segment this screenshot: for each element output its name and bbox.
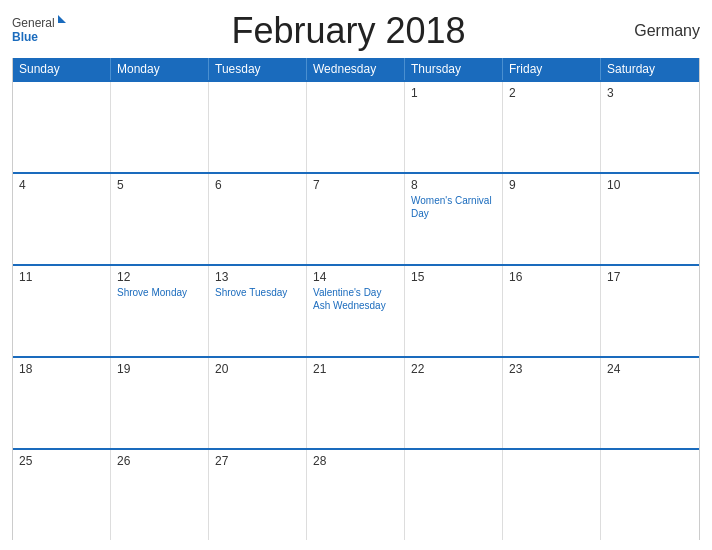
day-cell-w2-d1: 4	[13, 174, 111, 264]
day-number-4: 4	[19, 178, 104, 192]
day-cell-w5-d1: 25	[13, 450, 111, 540]
header-wednesday: Wednesday	[307, 58, 405, 80]
day-number-28: 28	[313, 454, 398, 468]
day-number-24: 24	[607, 362, 693, 376]
day-number-26: 26	[117, 454, 202, 468]
svg-text:Blue: Blue	[12, 30, 38, 44]
day-number-8: 8	[411, 178, 496, 192]
day-headers-row: Sunday Monday Tuesday Wednesday Thursday…	[13, 58, 699, 80]
header-monday: Monday	[111, 58, 209, 80]
day-cell-w4-d7: 24	[601, 358, 699, 448]
day-cell-w4-d3: 20	[209, 358, 307, 448]
day-number-14: 14	[313, 270, 398, 284]
calendar-wrapper: General Blue February 2018 Germany Sunda…	[0, 0, 712, 550]
day-cell-w4-d2: 19	[111, 358, 209, 448]
event-label: Valentine's Day	[313, 286, 398, 299]
day-cell-w3-d2: 12Shrove Monday	[111, 266, 209, 356]
day-cell-w5-d2: 26	[111, 450, 209, 540]
day-number-13: 13	[215, 270, 300, 284]
header-friday: Friday	[503, 58, 601, 80]
day-number-20: 20	[215, 362, 300, 376]
weeks-container: 12345678Women's Carnival Day9101112Shrov…	[13, 80, 699, 540]
week-row-1: 123	[13, 80, 699, 172]
day-cell-w2-d2: 5	[111, 174, 209, 264]
calendar-header: General Blue February 2018 Germany	[12, 10, 700, 52]
day-number-5: 5	[117, 178, 202, 192]
week-row-5: 25262728	[13, 448, 699, 540]
header-sunday: Sunday	[13, 58, 111, 80]
day-cell-w2-d6: 9	[503, 174, 601, 264]
day-cell-w3-d6: 16	[503, 266, 601, 356]
day-cell-w2-d7: 10	[601, 174, 699, 264]
header-tuesday: Tuesday	[209, 58, 307, 80]
event-label: Ash Wednesday	[313, 299, 398, 312]
day-cell-w2-d3: 6	[209, 174, 307, 264]
day-number-21: 21	[313, 362, 398, 376]
day-cell-w3-d5: 15	[405, 266, 503, 356]
day-number-10: 10	[607, 178, 693, 192]
day-cell-w4-d5: 22	[405, 358, 503, 448]
day-number-18: 18	[19, 362, 104, 376]
week-row-3: 1112Shrove Monday13Shrove Tuesday14Valen…	[13, 264, 699, 356]
day-cell-w5-d7	[601, 450, 699, 540]
calendar-title: February 2018	[67, 10, 630, 52]
day-cell-w4-d6: 23	[503, 358, 601, 448]
day-cell-w3-d1: 11	[13, 266, 111, 356]
day-cell-w4-d1: 18	[13, 358, 111, 448]
day-number-15: 15	[411, 270, 496, 284]
day-cell-w3-d7: 17	[601, 266, 699, 356]
day-cell-w5-d6	[503, 450, 601, 540]
day-number-19: 19	[117, 362, 202, 376]
day-number-22: 22	[411, 362, 496, 376]
day-cell-w4-d4: 21	[307, 358, 405, 448]
event-label: Shrove Monday	[117, 286, 202, 299]
week-row-2: 45678Women's Carnival Day910	[13, 172, 699, 264]
day-number-17: 17	[607, 270, 693, 284]
day-cell-w1-d5: 1	[405, 82, 503, 172]
event-label: Shrove Tuesday	[215, 286, 300, 299]
day-cell-w3-d4: 14Valentine's DayAsh Wednesday	[307, 266, 405, 356]
day-cell-w1-d2	[111, 82, 209, 172]
day-number-16: 16	[509, 270, 594, 284]
svg-text:General: General	[12, 16, 55, 30]
day-cell-w5-d4: 28	[307, 450, 405, 540]
day-number-6: 6	[215, 178, 300, 192]
logo: General Blue	[12, 13, 67, 49]
day-cell-w3-d3: 13Shrove Tuesday	[209, 266, 307, 356]
day-cell-w5-d5	[405, 450, 503, 540]
calendar-grid: Sunday Monday Tuesday Wednesday Thursday…	[12, 58, 700, 540]
day-number-7: 7	[313, 178, 398, 192]
week-row-4: 18192021222324	[13, 356, 699, 448]
event-label: Women's Carnival Day	[411, 194, 496, 220]
day-cell-w1-d1	[13, 82, 111, 172]
day-cell-w2-d4: 7	[307, 174, 405, 264]
day-number-25: 25	[19, 454, 104, 468]
day-cell-w1-d4	[307, 82, 405, 172]
day-number-23: 23	[509, 362, 594, 376]
day-cell-w1-d7: 3	[601, 82, 699, 172]
header-thursday: Thursday	[405, 58, 503, 80]
day-number-2: 2	[509, 86, 594, 100]
day-cell-w2-d5: 8Women's Carnival Day	[405, 174, 503, 264]
logo-svg: General Blue	[12, 13, 67, 49]
day-number-11: 11	[19, 270, 104, 284]
day-number-3: 3	[607, 86, 693, 100]
country-label: Germany	[630, 22, 700, 40]
day-cell-w1-d6: 2	[503, 82, 601, 172]
header-saturday: Saturday	[601, 58, 699, 80]
day-number-9: 9	[509, 178, 594, 192]
day-number-1: 1	[411, 86, 496, 100]
day-cell-w1-d3	[209, 82, 307, 172]
day-number-27: 27	[215, 454, 300, 468]
day-cell-w5-d3: 27	[209, 450, 307, 540]
day-number-12: 12	[117, 270, 202, 284]
